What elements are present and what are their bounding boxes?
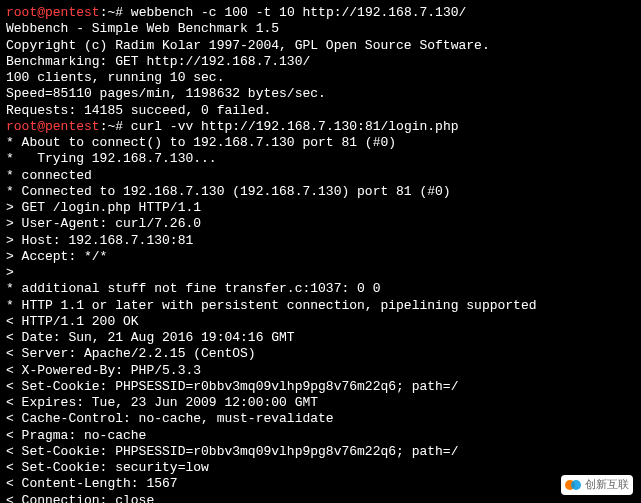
svg-point-1 <box>571 480 581 490</box>
output-line: Benchmarking: GET http://192.168.7.130/ <box>6 54 635 70</box>
output-line: 100 clients, running 10 sec. <box>6 70 635 86</box>
output-line: < Set-Cookie: PHPSESSID=r0bbv3mq09vlhp9p… <box>6 379 635 395</box>
output-line: < Date: Sun, 21 Aug 2016 19:04:16 GMT <box>6 330 635 346</box>
output-line: < Expires: Tue, 23 Jun 2009 12:00:00 GMT <box>6 395 635 411</box>
output-line: * Trying 192.168.7.130... <box>6 151 635 167</box>
output-line: > <box>6 265 635 281</box>
output-line: > GET /login.php HTTP/1.1 <box>6 200 635 216</box>
output-line: < HTTP/1.1 200 OK <box>6 314 635 330</box>
output-line: * Connected to 192.168.7.130 (192.168.7.… <box>6 184 635 200</box>
output-line: Copyright (c) Radim Kolar 1997-2004, GPL… <box>6 38 635 54</box>
output-line: > User-Agent: curl/7.26.0 <box>6 216 635 232</box>
prompt-mark: # <box>115 5 131 20</box>
terminal-output: root@pentest:~# webbench -c 100 -t 10 ht… <box>0 0 641 503</box>
command-text: curl -vv http://192.168.7.130:81/login.p… <box>131 119 459 134</box>
output-line: Speed=85110 pages/min, 1198632 bytes/sec… <box>6 86 635 102</box>
output-line: * connected <box>6 168 635 184</box>
output-line: > Host: 192.168.7.130:81 <box>6 233 635 249</box>
output-line: * HTTP 1.1 or later with persistent conn… <box>6 298 635 314</box>
prompt-mark: # <box>115 119 131 134</box>
output-line: < Content-Length: 1567 <box>6 476 635 492</box>
prompt-line-2: root@pentest:~# curl -vv http://192.168.… <box>6 119 635 135</box>
output-line: * additional stuff not fine transfer.c:1… <box>6 281 635 297</box>
output-line: < Pragma: no-cache <box>6 428 635 444</box>
output-line: > Accept: */* <box>6 249 635 265</box>
output-line: < Set-Cookie: security=low <box>6 460 635 476</box>
output-line: < Cache-Control: no-cache, must-revalida… <box>6 411 635 427</box>
watermark: 创新互联 <box>561 475 633 495</box>
prompt-user: root@pentest <box>6 119 100 134</box>
output-line: < Set-Cookie: PHPSESSID=r0bbv3mq09vlhp9p… <box>6 444 635 460</box>
output-line: Requests: 14185 succeed, 0 failed. <box>6 103 635 119</box>
prompt-line-1: root@pentest:~# webbench -c 100 -t 10 ht… <box>6 5 635 21</box>
watermark-logo-icon <box>565 477 581 493</box>
watermark-text: 创新互联 <box>585 478 629 492</box>
output-line: < Connection: close <box>6 493 635 504</box>
prompt-user: root@pentest <box>6 5 100 20</box>
command-text: webbench -c 100 -t 10 http://192.168.7.1… <box>131 5 466 20</box>
output-line: * About to connect() to 192.168.7.130 po… <box>6 135 635 151</box>
output-line: < X-Powered-By: PHP/5.3.3 <box>6 363 635 379</box>
output-line: Webbench - Simple Web Benchmark 1.5 <box>6 21 635 37</box>
output-line: < Server: Apache/2.2.15 (CentOS) <box>6 346 635 362</box>
